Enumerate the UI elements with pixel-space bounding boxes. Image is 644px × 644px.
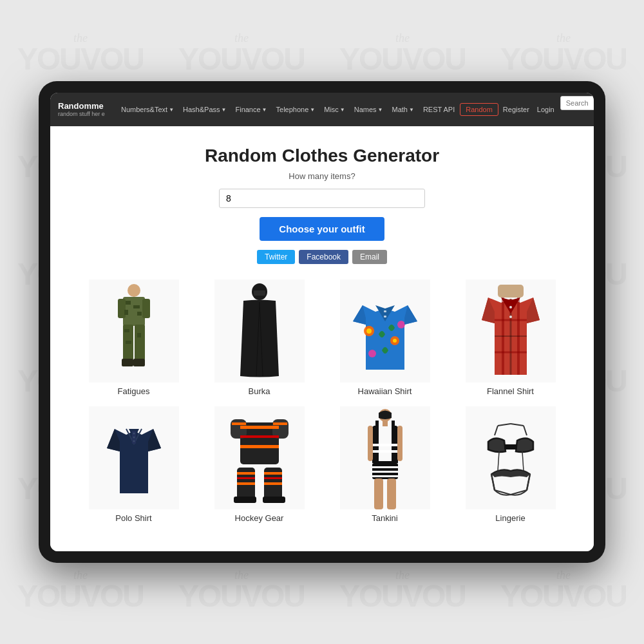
svg-rect-56	[234, 497, 256, 503]
svg-rect-14	[133, 359, 145, 366]
svg-rect-67	[372, 475, 398, 477]
svg-line-74	[498, 424, 511, 426]
item-hawaiian: Hawaiian Shirt	[327, 279, 442, 396]
svg-rect-7	[137, 312, 142, 316]
nav-numbers-text[interactable]: Numbers&Text ▼	[117, 103, 178, 116]
tankini-icon	[356, 406, 414, 509]
svg-rect-20	[384, 316, 386, 317]
svg-rect-50	[237, 472, 255, 475]
svg-line-73	[495, 426, 498, 435]
quantity-input[interactable]	[219, 189, 425, 208]
item-polo-image	[89, 406, 179, 509]
svg-point-0	[128, 284, 140, 297]
nav-names[interactable]: Names ▼	[350, 103, 387, 116]
svg-rect-57	[263, 497, 285, 503]
dropdown-arrow: ▼	[378, 107, 383, 113]
nav-math[interactable]: Math ▼	[388, 103, 418, 116]
nav-finance[interactable]: Finance ▼	[231, 103, 270, 116]
nav-register[interactable]: Register	[500, 103, 533, 116]
burka-icon	[231, 283, 289, 379]
svg-rect-19	[384, 310, 386, 312]
nav-telephone[interactable]: Telephone ▼	[272, 103, 319, 116]
items-grid: Fatigues	[76, 279, 568, 523]
item-burka-label: Burka	[249, 386, 270, 396]
svg-rect-59	[383, 421, 388, 426]
svg-rect-55	[264, 477, 282, 479]
svg-rect-54	[237, 477, 255, 479]
lingerie-icon	[478, 416, 543, 500]
dropdown-arrow: ▼	[262, 107, 267, 113]
nav-random[interactable]: Random	[460, 103, 498, 116]
dropdown-arrow: ▼	[409, 107, 414, 113]
svg-rect-71	[387, 478, 396, 509]
item-lingerie-label: Lingerie	[495, 513, 525, 523]
svg-rect-72	[504, 444, 517, 450]
choose-outfit-button[interactable]: Choose your outfit	[260, 217, 384, 241]
svg-point-26	[368, 350, 376, 357]
svg-point-35	[509, 316, 512, 318]
svg-line-75	[511, 424, 524, 426]
svg-rect-51	[237, 482, 255, 485]
tablet-screen: Randomme random stuff her e Numbers&Text…	[50, 93, 594, 551]
svg-line-81	[498, 451, 499, 471]
subtitle: How many items?	[76, 171, 568, 181]
item-polo-label: Polo Shirt	[115, 513, 151, 523]
item-flannel-image	[466, 279, 556, 383]
svg-rect-12	[126, 341, 131, 344]
item-polo: Polo Shirt	[76, 406, 191, 523]
nav-hash-pass[interactable]: Hash&Pass ▼	[179, 103, 230, 116]
svg-rect-5	[133, 305, 140, 308]
svg-rect-62	[375, 421, 379, 428]
search-input[interactable]	[560, 96, 594, 110]
polo-icon	[102, 419, 166, 497]
svg-rect-65	[372, 466, 398, 468]
hockey-icon	[224, 413, 295, 503]
svg-rect-44	[240, 445, 279, 448]
svg-rect-9	[135, 325, 145, 360]
svg-rect-52	[264, 472, 282, 475]
item-burka: Burka	[202, 279, 317, 396]
svg-rect-61	[372, 450, 398, 453]
brand-logo[interactable]: Randomme random stuff her e	[58, 101, 109, 118]
svg-rect-45	[232, 422, 246, 425]
svg-rect-11	[137, 333, 141, 337]
item-tankini-label: Tankini	[372, 513, 397, 523]
svg-rect-10	[124, 329, 129, 332]
tablet-frame: Randomme random stuff her e Numbers&Text…	[39, 81, 605, 563]
svg-rect-13	[122, 359, 133, 366]
nav-login[interactable]: Login	[534, 103, 558, 116]
svg-point-34	[509, 306, 512, 308]
search-area: Search	[560, 96, 594, 124]
fatigues-icon	[105, 283, 163, 379]
facebook-button[interactable]: Facebook	[299, 250, 348, 264]
svg-rect-6	[124, 310, 128, 315]
item-hockey-image	[214, 406, 305, 509]
svg-line-82	[522, 451, 524, 471]
svg-rect-60	[372, 444, 398, 446]
nav-misc[interactable]: Misc ▼	[320, 103, 349, 116]
svg-rect-70	[374, 478, 383, 509]
social-buttons: Twitter Facebook Email	[76, 250, 568, 264]
svg-rect-63	[392, 421, 395, 428]
item-fatigues: Fatigues	[76, 279, 191, 396]
nav-links: Numbers&Text ▼ Hash&Pass ▼ Finance ▼ Tel…	[117, 103, 558, 116]
svg-point-37	[133, 433, 135, 435]
svg-point-25	[397, 321, 405, 328]
svg-rect-4	[126, 301, 131, 305]
nav-rest-api[interactable]: REST API	[419, 103, 459, 116]
svg-point-24	[393, 339, 397, 343]
item-lingerie: Lingerie	[453, 406, 568, 523]
twitter-button[interactable]: Twitter	[257, 250, 295, 264]
svg-rect-2	[118, 299, 126, 318]
item-flannel-label: Flannel Shirt	[487, 386, 534, 396]
item-burka-image	[214, 279, 305, 383]
page-title: Random Clothes Generator	[76, 146, 568, 166]
email-button[interactable]: Email	[352, 250, 387, 264]
item-fatigues-image	[89, 279, 179, 383]
svg-point-39	[133, 440, 135, 442]
item-hockey-label: Hockey Gear	[235, 513, 284, 523]
item-tankini-image	[340, 406, 430, 509]
svg-point-38	[133, 437, 135, 439]
item-fatigues-label: Fatigues	[118, 386, 150, 396]
svg-rect-69	[397, 426, 402, 461]
